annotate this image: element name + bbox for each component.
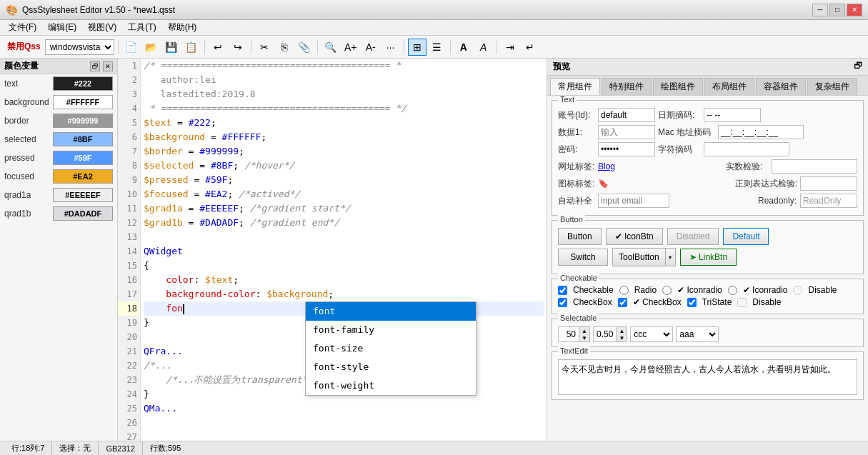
save-button[interactable]: 💾 <box>162 39 181 56</box>
checkbox-1[interactable] <box>558 298 567 307</box>
var-swatch-pressed[interactable]: #59F <box>53 151 113 165</box>
tab-common[interactable]: 常用组件 <box>550 78 600 95</box>
radio-iconradio-2[interactable] <box>728 286 737 295</box>
grid-view-button[interactable]: ⊞ <box>408 39 426 56</box>
input-autocomplete[interactable] <box>598 194 669 208</box>
btn-switch[interactable]: Switch <box>558 249 608 266</box>
textedit-content[interactable]: 今天不见古时月，今月曾经照古人，古人今人若流水，共看明月皆如此。 <box>558 359 857 395</box>
combo-2[interactable]: aaa bbb ccc <box>676 326 719 342</box>
input-password[interactable] <box>598 142 655 156</box>
export-button[interactable]: 📋 <box>182 39 201 56</box>
outdent-button[interactable]: ↵ <box>521 39 539 56</box>
var-swatch-focused[interactable]: #EA2 <box>53 169 113 184</box>
input-date[interactable] <box>704 108 761 122</box>
spinbox-1-up[interactable]: ▲ <box>579 327 589 334</box>
checkbox-tristate[interactable] <box>687 298 697 307</box>
input-readonly[interactable] <box>800 194 857 208</box>
input-realnum[interactable] <box>772 159 857 174</box>
ac-item-font-size[interactable]: font-size <box>306 339 476 358</box>
menu-file[interactable]: 文件(F) <box>3 20 42 35</box>
btn-linkbtn[interactable]: ➤ LinkBtn <box>680 249 737 266</box>
label-password: 密码: <box>558 144 595 156</box>
fontsize-down-button[interactable]: A- <box>361 39 380 56</box>
var-swatch-border[interactable]: #999999 <box>53 114 113 128</box>
checkbox-disable[interactable] <box>737 298 747 307</box>
more-button[interactable]: ··· <box>381 39 400 56</box>
tab-complex[interactable]: 复杂组件 <box>807 78 857 95</box>
italic-button[interactable]: A <box>474 39 493 56</box>
toolbutton-arrow[interactable]: ▾ <box>665 249 675 266</box>
line-num-13: 13 <box>118 230 140 244</box>
ac-item-font-family[interactable]: font-family <box>306 321 476 339</box>
menu-view[interactable]: 视图(V) <box>82 20 122 35</box>
radio-iconradio-1[interactable] <box>662 286 672 295</box>
var-swatch-text[interactable]: #222 <box>53 76 113 91</box>
tab-layout[interactable]: 布局组件 <box>704 78 754 95</box>
input-data1[interactable] <box>598 125 655 139</box>
copy-button[interactable]: ⎘ <box>275 39 294 56</box>
var-swatch-background[interactable]: #FFFFFF <box>53 95 113 109</box>
combo-1[interactable]: ccc aaa bbb <box>630 326 673 342</box>
menu-edit[interactable]: 编辑(E) <box>42 20 82 35</box>
tab-container[interactable]: 容器组件 <box>756 78 806 95</box>
ac-item-font-weight[interactable]: font-weight <box>306 376 476 395</box>
minimize-button[interactable]: ─ <box>812 4 828 16</box>
input-regex[interactable] <box>800 176 857 191</box>
ac-item-font-style[interactable]: font-style <box>306 358 476 376</box>
menu-help[interactable]: 帮助(H) <box>162 20 203 35</box>
redo-button[interactable]: ↪ <box>229 39 247 56</box>
main-area: 颜色变量 🗗 ✕ text #222 background #FFFFFF bo… <box>0 59 868 441</box>
line-num-23: 23 <box>118 373 140 387</box>
radio-disable[interactable] <box>793 286 802 295</box>
indent-button[interactable]: ⇥ <box>501 39 519 56</box>
undo-button[interactable]: ↩ <box>209 39 227 56</box>
line-num-9: 9 <box>118 173 140 187</box>
theme-select[interactable]: windowsvista fusion windows <box>45 39 114 55</box>
spinbox-1-down[interactable]: ▼ <box>579 334 589 341</box>
btn-default[interactable]: Default <box>723 228 769 245</box>
fontsize-up-button[interactable]: A+ <box>341 39 360 56</box>
open-button[interactable]: 📂 <box>142 39 161 56</box>
spinbox-2: 0.50 ▲ ▼ <box>593 326 627 342</box>
list-view-button[interactable]: ☰ <box>428 39 447 56</box>
tab-special[interactable]: 特别组件 <box>602 78 652 95</box>
btn-button[interactable]: Button <box>558 228 602 245</box>
app-icon: 🎨 <box>6 4 18 16</box>
input-id[interactable] <box>598 108 655 122</box>
preview-restore-icon[interactable]: 🗗 <box>854 61 862 73</box>
btn-disabled[interactable]: Disabled <box>667 228 719 245</box>
var-swatch-qrad1a[interactable]: #EEEEEF <box>53 188 113 202</box>
selectable-row: 50 ▲ ▼ 0.50 ▲ ▼ <box>558 326 857 342</box>
new-button[interactable]: 📄 <box>122 39 141 56</box>
btn-toolbutton-group: ToolButton ▾ <box>612 248 676 266</box>
ac-item-font[interactable]: font <box>306 302 476 321</box>
tab-drawing[interactable]: 绘图组件 <box>653 78 703 95</box>
spinbox-2-up[interactable]: ▲ <box>617 327 627 334</box>
label-icon: 图标标签: <box>558 178 595 190</box>
panel-restore-button[interactable]: 🗗 <box>90 61 100 71</box>
text-row-2: 数据1: Mac 地址摘码 <box>558 125 857 139</box>
close-button[interactable]: ✕ <box>847 4 862 16</box>
panel-close-button[interactable]: ✕ <box>103 61 113 71</box>
input-mac[interactable] <box>718 125 804 139</box>
maximize-button[interactable]: □ <box>829 4 845 16</box>
radio-1[interactable] <box>619 286 629 295</box>
find-button[interactable]: 🔍 <box>321 39 340 56</box>
check-enabled[interactable] <box>558 286 567 295</box>
spinbox-2-down[interactable]: ▼ <box>617 334 627 341</box>
btn-iconbtn[interactable]: ✔ IconBtn <box>606 228 663 245</box>
color-var-background: background #FFFFFF <box>0 93 117 111</box>
checkbox-icon[interactable] <box>618 298 627 307</box>
toolbar-sep-7 <box>497 40 497 54</box>
var-swatch-qrad1b[interactable]: #DADADF <box>53 206 113 221</box>
var-swatch-selected[interactable]: #8BF <box>53 132 113 146</box>
btn-toolbutton[interactable]: ToolButton <box>613 249 665 266</box>
checkable-row-1: Checkable Radio ✔ Iconradio ✔ Iconradio … <box>558 285 857 295</box>
cut-button[interactable]: ✂ <box>255 39 274 56</box>
paste-button[interactable]: 📎 <box>295 39 314 56</box>
label-regex: 正则表达式检验: <box>735 178 797 190</box>
input-char-mask[interactable] <box>704 142 789 156</box>
link-blog[interactable]: Blog <box>598 161 615 171</box>
menu-tools[interactable]: 工具(T) <box>122 20 161 35</box>
bold-button[interactable]: A <box>454 39 473 56</box>
